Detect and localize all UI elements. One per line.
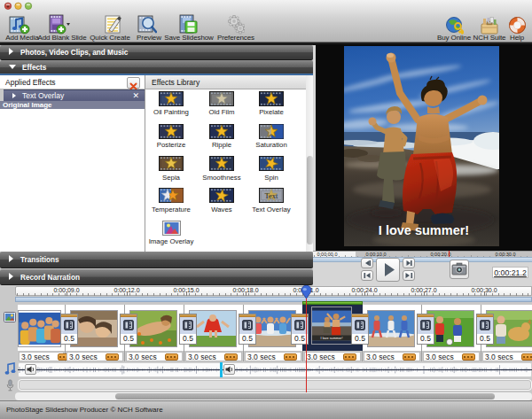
svg-text:I love summer!: I love summer! <box>321 337 343 340</box>
svg-text:I love summer!: I love summer! <box>379 223 469 237</box>
svg-text:Text: Text <box>265 191 279 200</box>
